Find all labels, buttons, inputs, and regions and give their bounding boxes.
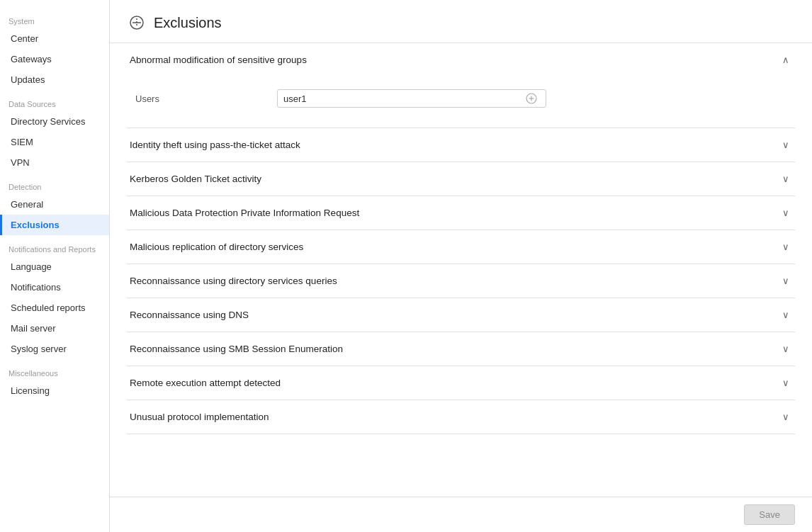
accordion-header-malicious-dpapi[interactable]: Malicious Data Protection Private Inform…	[127, 196, 795, 230]
accordion-title-unusual-protocol: Unusual protocol implementation	[130, 412, 269, 422]
sidebar-item-mail-server[interactable]: Mail server	[0, 318, 109, 339]
accordion-chevron-recon-dns: ∨	[782, 310, 789, 320]
accordion-header-malicious-replication[interactable]: Malicious replication of directory servi…	[127, 230, 795, 264]
accordion-chevron-recon-ds: ∨	[782, 276, 789, 286]
sidebar-section-label: System	[0, 7, 109, 28]
accordion-header-recon-dns[interactable]: Reconnaissance using DNS∨	[127, 298, 795, 332]
accordion-chevron-unusual-protocol: ∨	[782, 412, 789, 422]
accordion-chevron-identity-theft: ∨	[782, 140, 789, 150]
exclusions-list: Abnormal modification of sensitive group…	[110, 43, 812, 497]
accordion-header-identity-theft[interactable]: Identity theft using pass-the-ticket att…	[127, 128, 795, 162]
sidebar-item-siem[interactable]: SIEM	[0, 132, 109, 152]
page-header: Exclusions	[110, 0, 812, 43]
field-label-abnormal-modification: Users	[135, 94, 277, 104]
accordion-title-recon-ds: Reconnaissance using directory services …	[130, 276, 337, 286]
save-button[interactable]: Save	[744, 504, 795, 525]
accordion-item-recon-ds: Reconnaissance using directory services …	[127, 264, 795, 298]
sidebar: SystemCenterGatewaysUpdatesData SourcesD…	[0, 0, 110, 532]
sidebar-item-updates[interactable]: Updates	[0, 69, 109, 90]
accordion-item-unusual-protocol: Unusual protocol implementation∨	[127, 400, 795, 434]
accordion-title-malicious-dpapi: Malicious Data Protection Private Inform…	[130, 208, 359, 218]
accordion-header-recon-ds[interactable]: Reconnaissance using directory services …	[127, 264, 795, 298]
accordion-item-recon-dns: Reconnaissance using DNS∨	[127, 298, 795, 332]
accordion-chevron-abnormal-modification: ∧	[782, 55, 789, 65]
sidebar-item-general[interactable]: General	[0, 194, 109, 215]
sidebar-item-center[interactable]: Center	[0, 28, 109, 49]
footer: Save	[110, 497, 812, 532]
accordion-title-identity-theft: Identity theft using pass-the-ticket att…	[130, 140, 300, 150]
accordion-chevron-malicious-dpapi: ∨	[782, 208, 789, 218]
sidebar-section-label: Notifications and Reports	[0, 235, 109, 256]
sidebar-section-label: Detection	[0, 173, 109, 194]
accordion-header-abnormal-modification[interactable]: Abnormal modification of sensitive group…	[127, 43, 795, 77]
sidebar-item-gateways[interactable]: Gateways	[0, 49, 109, 69]
accordion-header-kerberos-golden[interactable]: Kerberos Golden Ticket activity∨	[127, 162, 795, 196]
main-content: Exclusions Abnormal modification of sens…	[110, 0, 812, 532]
sidebar-item-scheduled-reports[interactable]: Scheduled reports	[0, 298, 109, 318]
accordion-chevron-recon-smb: ∨	[782, 344, 789, 354]
accordion-title-malicious-replication: Malicious replication of directory servi…	[130, 242, 303, 252]
sidebar-item-syslog-server[interactable]: Syslog server	[0, 339, 109, 359]
accordion-body-abnormal-modification: Users	[127, 77, 795, 128]
accordion-item-identity-theft: Identity theft using pass-the-ticket att…	[127, 128, 795, 162]
sidebar-item-directory-services[interactable]: Directory Services	[0, 111, 109, 132]
sidebar-item-language[interactable]: Language	[0, 256, 109, 277]
sidebar-section-label: Miscellaneous	[0, 359, 109, 380]
field-input-abnormal-modification[interactable]	[283, 94, 523, 104]
accordion-title-remote-exec: Remote execution attempt detected	[130, 378, 281, 388]
accordion-title-recon-smb: Reconnaissance using SMB Session Enumera…	[130, 344, 343, 354]
accordion-item-malicious-replication: Malicious replication of directory servi…	[127, 230, 795, 264]
accordion-item-malicious-dpapi: Malicious Data Protection Private Inform…	[127, 196, 795, 230]
accordion-title-recon-dns: Reconnaissance using DNS	[130, 310, 249, 320]
accordion-title-abnormal-modification: Abnormal modification of sensitive group…	[130, 55, 307, 65]
sidebar-section-label: Data Sources	[0, 90, 109, 111]
accordion-header-recon-smb[interactable]: Reconnaissance using SMB Session Enumera…	[127, 332, 795, 366]
accordion-chevron-remote-exec: ∨	[782, 378, 789, 388]
field-row-abnormal-modification: Users	[127, 84, 795, 113]
accordion-header-unusual-protocol[interactable]: Unusual protocol implementation∨	[127, 400, 795, 434]
exclusions-icon	[127, 13, 147, 33]
sidebar-item-licensing[interactable]: Licensing	[0, 380, 109, 401]
accordion-title-kerberos-golden: Kerberos Golden Ticket activity	[130, 174, 261, 184]
accordion-header-remote-exec[interactable]: Remote execution attempt detected∨	[127, 366, 795, 400]
accordion-item-abnormal-modification: Abnormal modification of sensitive group…	[127, 43, 795, 128]
field-add-button-abnormal-modification[interactable]	[523, 93, 540, 104]
sidebar-item-exclusions[interactable]: Exclusions	[0, 215, 109, 235]
sidebar-item-vpn[interactable]: VPN	[0, 152, 109, 173]
accordion-item-recon-smb: Reconnaissance using SMB Session Enumera…	[127, 332, 795, 366]
accordion-chevron-malicious-replication: ∨	[782, 242, 789, 252]
field-input-wrap-abnormal-modification	[277, 89, 546, 108]
page-title: Exclusions	[154, 15, 222, 31]
accordion-item-kerberos-golden: Kerberos Golden Ticket activity∨	[127, 162, 795, 196]
accordion-chevron-kerberos-golden: ∨	[782, 174, 789, 184]
accordion-item-remote-exec: Remote execution attempt detected∨	[127, 366, 795, 400]
sidebar-item-notifications[interactable]: Notifications	[0, 277, 109, 298]
